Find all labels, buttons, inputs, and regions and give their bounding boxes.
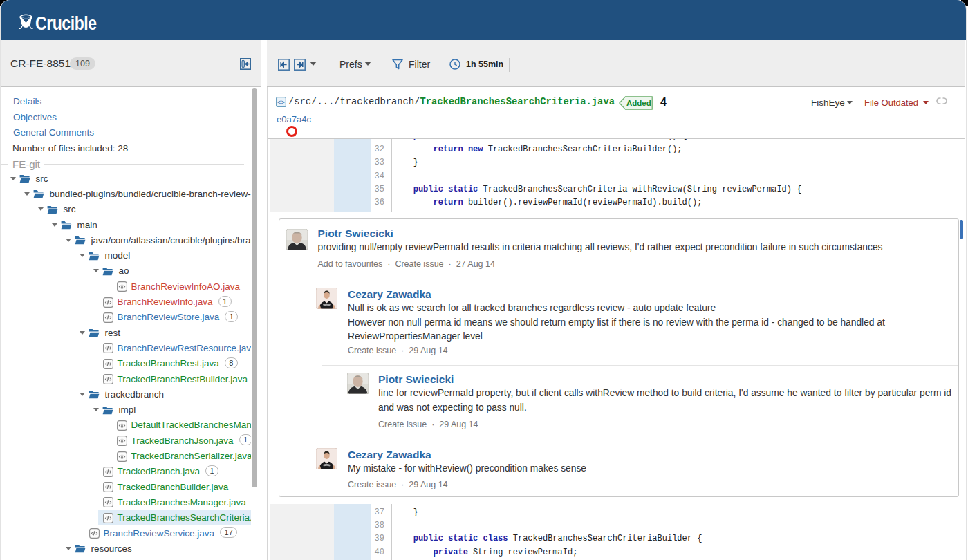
svg-text:<>: <> <box>277 100 285 106</box>
svg-text:Added: Added <box>626 99 651 107</box>
